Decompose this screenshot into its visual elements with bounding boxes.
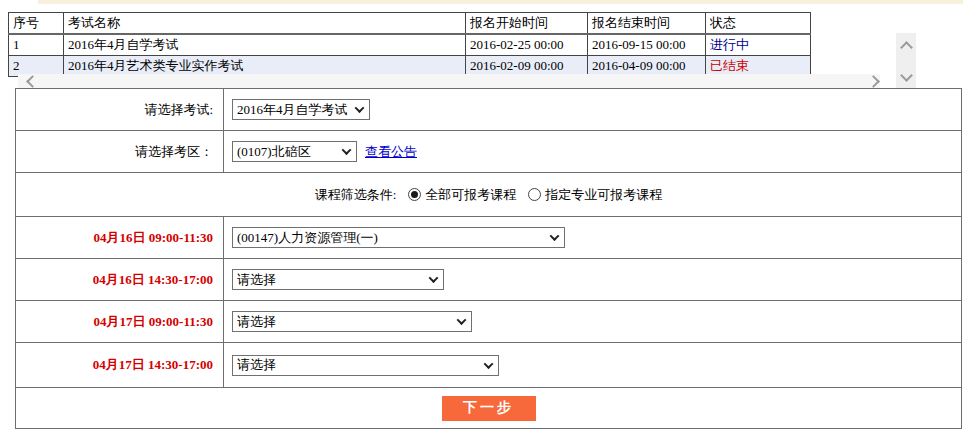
session-course-select-4[interactable]: 请选择 [232, 355, 499, 376]
course-filter-row: 课程筛选条件: 全部可报考课程 指定专业可报考课程 [16, 173, 961, 217]
session-course-value: 请选择 [237, 313, 276, 331]
exam-start-time: 2016-02-25 00:00 [466, 34, 588, 56]
exam-name: 2016年4月自学考试 [64, 34, 466, 56]
radio-specified-major-courses-label: 指定专业可报考课程 [545, 186, 662, 204]
session-row-3: 04月17日 09:00-11:30 请选择 [16, 301, 961, 343]
exam-table-header-row: 序号 考试名称 报名开始时间 报名结束时间 状态 [9, 13, 811, 35]
vertical-scrollbar-track[interactable] [896, 33, 916, 89]
exam-table-row-1[interactable]: 1 2016年4月自学考试 2016-02-25 00:00 2016-09-1… [9, 34, 811, 56]
district-select-row: 请选择考区： (0107)北碚区 查看公告 [16, 131, 961, 173]
radio-specified-major-courses[interactable] [528, 188, 541, 201]
dropdown-arrow-icon [484, 359, 494, 369]
chevron-down-icon[interactable] [900, 69, 913, 82]
exam-status-badge: 进行中 [706, 34, 811, 56]
district-select-value: (0107)北碚区 [237, 143, 311, 161]
session-row-1: 04月16日 09:00-11:30 (00147)人力资源管理(一) [16, 217, 961, 259]
exam-list-table: 序号 考试名称 报名开始时间 报名结束时间 状态 1 2016年4月自学考试 2… [8, 12, 811, 77]
session-course-select-2[interactable]: 请选择 [232, 269, 444, 290]
radio-all-courses[interactable] [408, 188, 421, 201]
column-header-exam-name: 考试名称 [64, 13, 466, 35]
session-time-label: 04月16日 09:00-11:30 [16, 217, 224, 258]
session-course-value: (00147)人力资源管理(一) [237, 229, 378, 247]
session-row-4: 04月17日 14:30-17:00 请选择 [16, 343, 961, 388]
exam-select-label: 请选择考试: [16, 89, 224, 130]
exam-select-value: 2016年4月自学考试 [237, 101, 348, 119]
session-course-select-1[interactable]: (00147)人力资源管理(一) [232, 227, 565, 248]
horizontal-scrollbar-track[interactable] [18, 74, 880, 89]
dropdown-arrow-icon [550, 231, 560, 241]
dropdown-arrow-icon [355, 103, 365, 113]
session-row-2: 04月16日 14:30-17:00 请选择 [16, 259, 961, 301]
chevron-up-icon[interactable] [900, 41, 913, 54]
district-select-label: 请选择考区： [16, 131, 224, 172]
registration-form: 请选择考试: 2016年4月自学考试 请选择考区： (0107)北碚区 查看公告 [15, 88, 962, 429]
column-header-start-time: 报名开始时间 [466, 13, 588, 35]
session-course-value: 请选择 [237, 271, 276, 289]
session-time-label: 04月17日 14:30-17:00 [16, 343, 224, 387]
dropdown-arrow-icon [457, 315, 467, 325]
dropdown-arrow-icon [342, 145, 352, 155]
radio-all-courses-label: 全部可报考课程 [425, 186, 516, 204]
exam-registration-page: 序号 考试名称 报名开始时间 报名结束时间 状态 1 2016年4月自学考试 2… [0, 0, 977, 437]
exam-end-time: 2016-09-15 00:00 [588, 34, 706, 56]
session-time-label: 04月17日 09:00-11:30 [16, 301, 224, 342]
exam-seq: 1 [9, 34, 64, 56]
column-header-seq: 序号 [9, 13, 64, 35]
exam-select-row: 请选择考试: 2016年4月自学考试 [16, 89, 961, 131]
session-time-label: 04月16日 14:30-17:00 [16, 259, 224, 300]
next-step-button[interactable]: 下一步 [442, 396, 536, 421]
top-banner-strip [38, 0, 963, 4]
session-course-select-3[interactable]: 请选择 [232, 311, 472, 332]
view-notice-link[interactable]: 查看公告 [365, 143, 417, 161]
column-header-status: 状态 [706, 13, 811, 35]
column-header-end-time: 报名结束时间 [588, 13, 706, 35]
dropdown-arrow-icon [429, 273, 439, 283]
session-course-value: 请选择 [237, 356, 276, 374]
next-button-row: 下一步 [16, 388, 961, 428]
course-filter-label: 课程筛选条件: [315, 186, 397, 204]
exam-select[interactable]: 2016年4月自学考试 [232, 99, 370, 120]
district-select[interactable]: (0107)北碚区 [232, 141, 357, 162]
